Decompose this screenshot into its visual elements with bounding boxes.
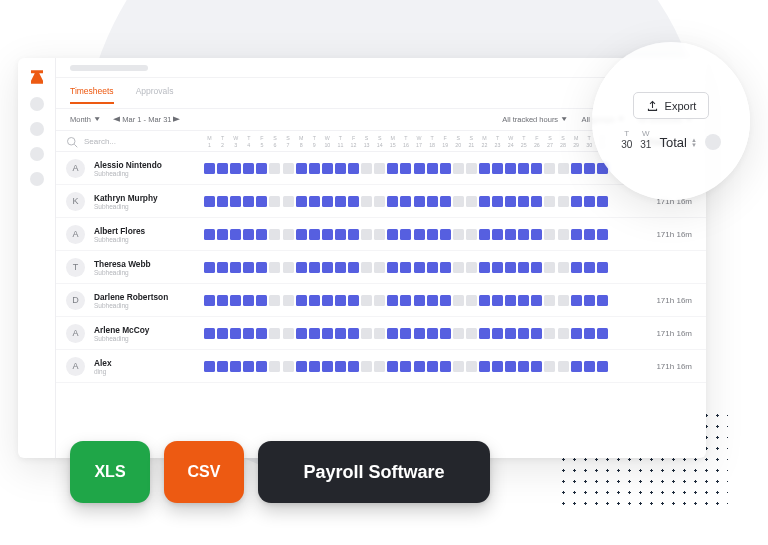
day-cell[interactable] (427, 328, 438, 339)
day-cell[interactable] (400, 163, 411, 174)
day-cell[interactable] (400, 229, 411, 240)
xls-badge[interactable]: XLS (70, 441, 150, 503)
day-cell[interactable] (584, 229, 595, 240)
day-cell[interactable] (296, 328, 307, 339)
day-cell[interactable] (256, 262, 267, 273)
day-cell[interactable] (414, 196, 425, 207)
day-cell[interactable] (204, 295, 215, 306)
day-cell[interactable] (584, 196, 595, 207)
day-cell[interactable] (243, 196, 254, 207)
table-row[interactable]: AAlexding171h 16m (56, 350, 706, 383)
day-cell[interactable] (453, 328, 464, 339)
day-cell[interactable] (269, 163, 280, 174)
table-row[interactable]: KKathryn MurphySubheading171h 16m (56, 185, 706, 218)
day-cell[interactable] (453, 163, 464, 174)
day-cell[interactable] (230, 295, 241, 306)
day-cell[interactable] (296, 163, 307, 174)
day-cell[interactable] (558, 163, 569, 174)
day-cell[interactable] (348, 196, 359, 207)
search-input[interactable] (84, 137, 164, 146)
day-cell[interactable] (269, 196, 280, 207)
table-row[interactable]: AArlene McCoySubheading171h 16m (56, 317, 706, 350)
day-cell[interactable] (479, 163, 490, 174)
day-cell[interactable] (296, 262, 307, 273)
day-cell[interactable] (374, 361, 385, 372)
day-cell[interactable] (466, 295, 477, 306)
day-cell[interactable] (492, 229, 503, 240)
day-cell[interactable] (492, 328, 503, 339)
day-cell[interactable] (518, 262, 529, 273)
day-cell[interactable] (440, 295, 451, 306)
day-cell[interactable] (217, 262, 228, 273)
day-cell[interactable] (322, 328, 333, 339)
day-cell[interactable] (518, 361, 529, 372)
day-cell[interactable] (309, 361, 320, 372)
day-cell[interactable] (440, 196, 451, 207)
tab-timesheets[interactable]: Timesheets (70, 86, 114, 104)
day-cell[interactable] (466, 196, 477, 207)
day-cell[interactable] (204, 361, 215, 372)
day-cell[interactable] (558, 229, 569, 240)
day-cell[interactable] (243, 163, 254, 174)
day-cell[interactable] (361, 262, 372, 273)
day-cell[interactable] (296, 295, 307, 306)
day-cell[interactable] (440, 328, 451, 339)
day-cell[interactable] (505, 196, 516, 207)
day-cell[interactable] (453, 295, 464, 306)
day-cell[interactable] (387, 262, 398, 273)
day-cell[interactable] (230, 229, 241, 240)
day-cell[interactable] (204, 196, 215, 207)
day-cell[interactable] (571, 262, 582, 273)
day-cell[interactable] (479, 361, 490, 372)
day-cell[interactable] (584, 361, 595, 372)
day-cell[interactable] (374, 295, 385, 306)
day-cell[interactable] (427, 262, 438, 273)
nav-icon[interactable] (30, 147, 44, 161)
day-cell[interactable] (400, 196, 411, 207)
day-cell[interactable] (230, 163, 241, 174)
day-cell[interactable] (531, 229, 542, 240)
period-type-select[interactable]: Month▼ (70, 115, 100, 124)
day-cell[interactable] (492, 295, 503, 306)
day-cell[interactable] (269, 295, 280, 306)
day-cell[interactable] (440, 262, 451, 273)
period-nav[interactable]: ◀ Mar 1 - Mar 31 ▶ (114, 115, 179, 124)
day-cell[interactable] (283, 328, 294, 339)
day-cell[interactable] (348, 229, 359, 240)
day-cell[interactable] (400, 361, 411, 372)
day-cell[interactable] (283, 262, 294, 273)
day-cell[interactable] (256, 196, 267, 207)
day-cell[interactable] (256, 295, 267, 306)
day-cell[interactable] (531, 361, 542, 372)
day-cell[interactable] (571, 196, 582, 207)
day-cell[interactable] (283, 229, 294, 240)
day-cell[interactable] (361, 196, 372, 207)
day-cell[interactable] (256, 229, 267, 240)
day-cell[interactable] (348, 295, 359, 306)
day-cell[interactable] (374, 262, 385, 273)
nav-icon[interactable] (30, 97, 44, 111)
day-cell[interactable] (269, 361, 280, 372)
day-cell[interactable] (505, 328, 516, 339)
day-cell[interactable] (414, 295, 425, 306)
day-cell[interactable] (309, 262, 320, 273)
day-cell[interactable] (518, 196, 529, 207)
day-cell[interactable] (518, 163, 529, 174)
day-cell[interactable] (544, 163, 555, 174)
day-cell[interactable] (322, 262, 333, 273)
day-cell[interactable] (283, 295, 294, 306)
day-cell[interactable] (387, 295, 398, 306)
day-cell[interactable] (440, 361, 451, 372)
day-cell[interactable] (204, 262, 215, 273)
day-cell[interactable] (387, 196, 398, 207)
day-cell[interactable] (204, 328, 215, 339)
day-cell[interactable] (558, 361, 569, 372)
day-cell[interactable] (322, 163, 333, 174)
day-cell[interactable] (505, 295, 516, 306)
day-cell[interactable] (518, 328, 529, 339)
day-cell[interactable] (440, 229, 451, 240)
day-cell[interactable] (544, 361, 555, 372)
day-cell[interactable] (479, 328, 490, 339)
day-cell[interactable] (466, 361, 477, 372)
day-cell[interactable] (427, 229, 438, 240)
